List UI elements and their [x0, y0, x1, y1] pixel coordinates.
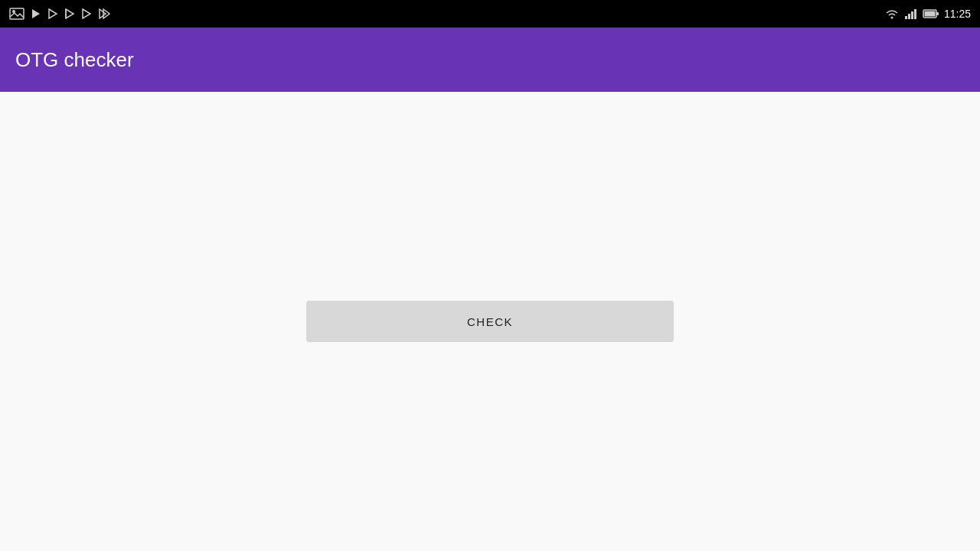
battery-icon [923, 8, 939, 19]
wifi-icon [884, 8, 900, 20]
svg-marker-6 [83, 9, 90, 18]
svg-point-9 [890, 17, 893, 19]
app-bar: OTG checker [0, 28, 980, 92]
play1-icon [31, 8, 41, 19]
svg-rect-11 [908, 14, 910, 19]
svg-marker-4 [66, 9, 74, 18]
play2-icon [47, 8, 58, 19]
signal-icon [904, 8, 918, 19]
svg-rect-12 [911, 11, 913, 19]
play3-icon [64, 8, 75, 19]
svg-rect-15 [936, 12, 939, 15]
svg-marker-3 [49, 9, 57, 18]
play5-icon [98, 8, 110, 19]
svg-rect-13 [914, 9, 916, 19]
status-bar-right: 11:25 [884, 8, 971, 20]
main-content: CHECK [0, 92, 980, 551]
svg-rect-10 [905, 16, 907, 19]
image-icon [9, 8, 24, 20]
svg-marker-2 [32, 9, 40, 18]
svg-rect-0 [10, 8, 24, 19]
status-time: 11:25 [944, 8, 971, 20]
app-title: OTG checker [15, 48, 134, 72]
play4-icon [81, 8, 92, 19]
status-bar-left [9, 8, 110, 20]
svg-rect-16 [924, 11, 935, 17]
status-bar: 11:25 [0, 0, 980, 28]
check-button[interactable]: CHECK [306, 301, 674, 342]
